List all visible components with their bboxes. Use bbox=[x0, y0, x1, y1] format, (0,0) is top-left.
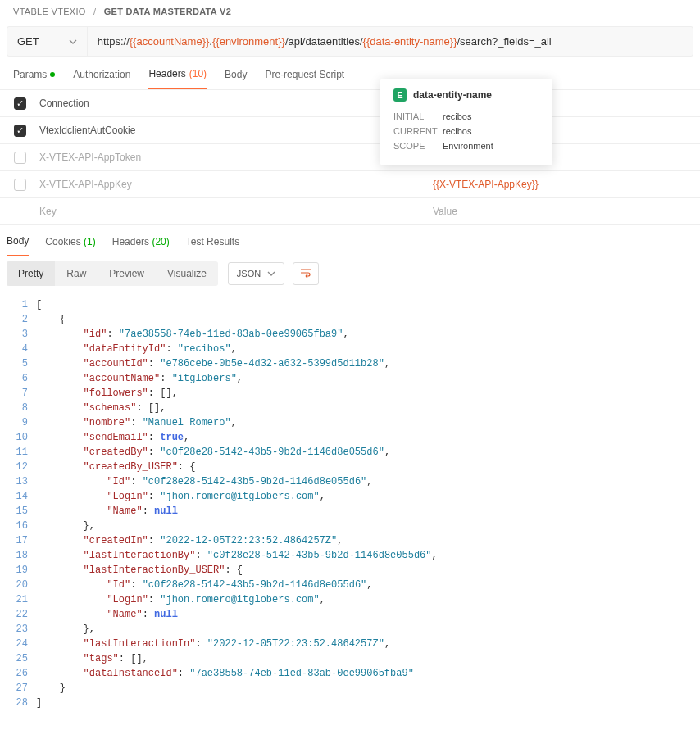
response-body[interactable]: 1234567891011121314151617181920212223242… bbox=[0, 294, 700, 727]
header-key[interactable]: Connection bbox=[39, 97, 433, 109]
checkbox[interactable]: ✓ bbox=[14, 97, 26, 110]
breadcrumb: VTABLE VTEXIO / GET DATA MASTERDATA V2 bbox=[0, 0, 700, 26]
request-tabs: Params Authorization Headers (10) Body P… bbox=[0, 57, 700, 89]
view-preview[interactable]: Preview bbox=[98, 261, 156, 286]
rtab-body[interactable]: Body bbox=[7, 235, 29, 256]
view-mode-group: Pretty Raw Preview Visualize bbox=[7, 261, 218, 286]
tab-params[interactable]: Params bbox=[13, 69, 55, 88]
popover-row: INITIALrecibos bbox=[393, 111, 539, 121]
tab-headers[interactable]: Headers (10) bbox=[148, 68, 207, 89]
header-key-input[interactable]: Key bbox=[39, 206, 433, 217]
breadcrumb-root[interactable]: VTABLE VTEXIO bbox=[13, 7, 86, 16]
view-visualize[interactable]: Visualize bbox=[156, 261, 218, 286]
header-row: X-VTEX-API-AppToken{{X-VTEX-API-AppToken… bbox=[0, 144, 700, 171]
tab-body[interactable]: Body bbox=[225, 69, 247, 88]
header-key[interactable]: X-VTEX-API-AppToken bbox=[39, 152, 433, 163]
tab-prerequest[interactable]: Pre-request Script bbox=[265, 69, 344, 88]
header-key[interactable]: X-VTEX-API-AppKey bbox=[39, 179, 433, 190]
env-badge-icon: E bbox=[393, 88, 407, 102]
chevron-down-icon bbox=[267, 270, 275, 278]
rtab-cookies[interactable]: Cookies (1) bbox=[45, 236, 95, 256]
code-content[interactable]: [ { "id": "7ae38558-74eb-11ed-83ab-0ee99… bbox=[36, 297, 438, 710]
chevron-down-icon bbox=[69, 38, 77, 46]
checkbox[interactable] bbox=[14, 152, 26, 164]
header-value-input[interactable]: Value bbox=[433, 206, 700, 217]
header-row: ✓VtexIdclientAutCookiekie}} bbox=[0, 117, 700, 144]
checkbox[interactable]: ✓ bbox=[14, 125, 26, 137]
variable-popover: E data-entity-name INITIALrecibosCURRENT… bbox=[380, 79, 552, 165]
url-bar: GET https://{{accountName}}.{{environmen… bbox=[7, 26, 693, 57]
rtab-tests[interactable]: Test Results bbox=[186, 236, 239, 256]
breadcrumb-sep: / bbox=[93, 7, 96, 16]
header-key[interactable]: VtexIdclientAutCookie bbox=[39, 125, 433, 136]
headers-table: ✓Connection✓VtexIdclientAutCookiekie}}X-… bbox=[0, 89, 700, 225]
method-label: GET bbox=[17, 35, 39, 48]
format-select[interactable]: JSON bbox=[228, 262, 284, 285]
view-raw[interactable]: Raw bbox=[55, 261, 98, 286]
header-row: X-VTEX-API-AppKey{{X-VTEX-API-AppKey}} bbox=[0, 171, 700, 198]
checkbox[interactable] bbox=[14, 179, 26, 191]
tab-authorization[interactable]: Authorization bbox=[73, 69, 130, 88]
rtab-headers[interactable]: Headers (20) bbox=[112, 236, 170, 256]
wrap-lines-button[interactable] bbox=[293, 262, 319, 285]
popover-row: CURRENTrecibos bbox=[393, 126, 539, 136]
url-input[interactable]: https://{{accountName}}.{{environment}}/… bbox=[88, 27, 561, 56]
header-row-new: KeyValue bbox=[0, 198, 700, 225]
header-value[interactable]: {{X-VTEX-API-AppKey}} bbox=[433, 179, 700, 190]
method-select[interactable]: GET bbox=[7, 27, 88, 56]
popover-title: data-entity-name bbox=[413, 89, 492, 101]
popover-row: SCOPEEnvironment bbox=[393, 141, 539, 151]
dot-indicator-icon bbox=[50, 72, 55, 77]
breadcrumb-leaf: GET DATA MASTERDATA V2 bbox=[104, 7, 231, 16]
header-row: ✓Connection bbox=[0, 90, 700, 117]
view-bar: Pretty Raw Preview Visualize JSON bbox=[0, 256, 700, 294]
line-gutter: 1234567891011121314151617181920212223242… bbox=[0, 297, 36, 710]
response-tabs: Body Cookies (1) Headers (20) Test Resul… bbox=[0, 225, 700, 256]
view-pretty[interactable]: Pretty bbox=[7, 261, 55, 286]
